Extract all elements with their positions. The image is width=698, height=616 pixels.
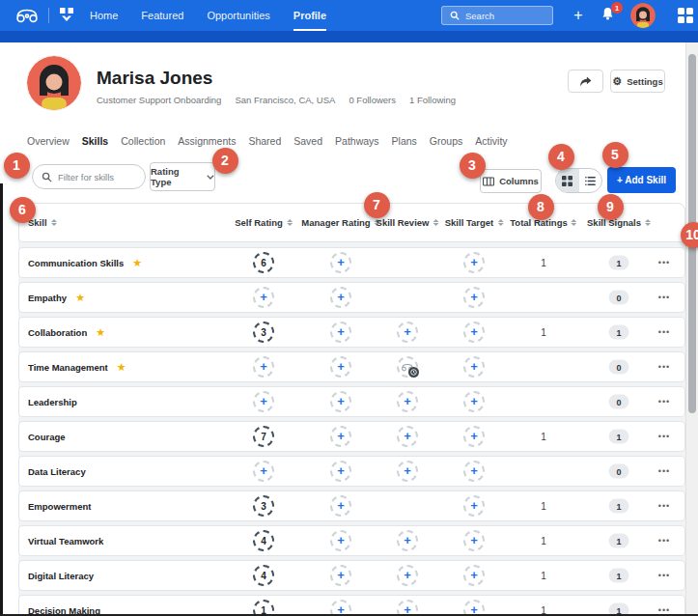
add-review-rating-button[interactable]: + bbox=[397, 565, 418, 586]
self-rating-value[interactable]: 7 bbox=[253, 426, 274, 447]
sort-icon[interactable] bbox=[433, 219, 438, 226]
skill-signals-badge[interactable]: 0 bbox=[609, 291, 629, 305]
add-manager-rating-button[interactable]: + bbox=[330, 495, 351, 517]
favorite-star-icon[interactable]: ★ bbox=[96, 327, 105, 338]
skill-name[interactable]: Leadership bbox=[28, 397, 77, 407]
row-menu-button[interactable]: ••• bbox=[658, 397, 670, 406]
add-target-rating-button[interactable]: + bbox=[463, 391, 485, 412]
tab-saved[interactable]: Saved bbox=[293, 135, 322, 151]
skill-signals-badge[interactable]: 0 bbox=[609, 464, 629, 479]
row-menu-button[interactable]: ••• bbox=[658, 466, 670, 476]
self-rating-value[interactable]: 3 bbox=[253, 322, 274, 343]
review-rating-pending-icon[interactable] bbox=[397, 356, 418, 378]
client-logo-icon[interactable] bbox=[59, 8, 74, 23]
row-menu-button[interactable]: ••• bbox=[658, 432, 670, 441]
add-manager-rating-button[interactable]: + bbox=[330, 322, 351, 343]
profile-avatar[interactable] bbox=[27, 56, 81, 110]
self-rating-value[interactable]: 3 bbox=[253, 495, 274, 517]
row-menu-button[interactable]: ••• bbox=[658, 293, 670, 302]
skill-name[interactable]: Data Literacy bbox=[28, 466, 86, 477]
skill-signals-badge[interactable]: 1 bbox=[609, 430, 629, 444]
add-manager-rating-button[interactable]: + bbox=[330, 461, 351, 482]
skill-name[interactable]: Digital Literacy bbox=[28, 571, 94, 581]
add-review-rating-button[interactable]: + bbox=[397, 322, 418, 343]
degreed-binoculars-logo-icon[interactable] bbox=[14, 7, 40, 24]
settings-button[interactable]: ⚙ Settings bbox=[610, 70, 665, 93]
filter-text-field[interactable] bbox=[58, 172, 135, 182]
nav-user-avatar[interactable] bbox=[630, 3, 656, 28]
skill-name[interactable]: Courage bbox=[28, 432, 66, 442]
skill-name[interactable]: Virtual Teamwork bbox=[28, 536, 103, 546]
add-target-rating-button[interactable]: + bbox=[463, 461, 485, 482]
share-profile-button[interactable] bbox=[568, 70, 603, 93]
add-manager-rating-button[interactable]: + bbox=[330, 356, 351, 378]
add-target-rating-button[interactable]: + bbox=[463, 252, 485, 273]
row-menu-button[interactable]: ••• bbox=[658, 258, 670, 267]
add-target-rating-button[interactable]: + bbox=[463, 356, 485, 378]
add-manager-rating-button[interactable]: + bbox=[330, 252, 351, 273]
self-rating-value[interactable]: 4 bbox=[253, 530, 274, 551]
sort-icon[interactable] bbox=[572, 219, 577, 226]
apps-grid-icon[interactable] bbox=[678, 8, 693, 23]
sort-icon[interactable] bbox=[287, 219, 293, 226]
skill-signals-badge[interactable]: 1 bbox=[609, 325, 629, 340]
notifications-bell-icon[interactable]: 1 bbox=[600, 6, 618, 25]
skill-signals-badge[interactable]: 0 bbox=[609, 360, 629, 375]
self-rating-value[interactable]: 6 bbox=[253, 252, 274, 273]
add-self-rating-button[interactable]: + bbox=[253, 461, 274, 482]
tab-plans[interactable]: Plans bbox=[392, 135, 417, 151]
tab-groups[interactable]: Groups bbox=[430, 135, 462, 151]
add-target-rating-button[interactable]: + bbox=[463, 565, 485, 586]
row-menu-button[interactable]: ••• bbox=[658, 571, 670, 580]
row-menu-button[interactable]: ••• bbox=[658, 327, 670, 337]
row-menu-button[interactable]: ••• bbox=[658, 501, 670, 511]
skill-signals-badge[interactable]: 0 bbox=[609, 395, 629, 409]
self-rating-value[interactable]: 4 bbox=[253, 565, 274, 586]
search-input[interactable]: Search bbox=[441, 6, 553, 25]
grid-view-button[interactable] bbox=[556, 169, 579, 192]
add-target-rating-button[interactable]: + bbox=[463, 530, 485, 551]
nav-item-home[interactable]: Home bbox=[90, 0, 118, 31]
add-self-rating-button[interactable]: + bbox=[253, 287, 274, 308]
skill-name[interactable]: Communication Skills bbox=[28, 258, 124, 268]
nav-item-opportunities[interactable]: Opportunities bbox=[207, 0, 269, 31]
quick-add-icon[interactable]: + bbox=[569, 4, 588, 27]
add-manager-rating-button[interactable]: + bbox=[330, 565, 351, 586]
skill-signals-badge[interactable]: 1 bbox=[609, 569, 629, 583]
favorite-star-icon[interactable]: ★ bbox=[132, 258, 142, 268]
row-menu-button[interactable]: ••• bbox=[658, 362, 670, 372]
add-manager-rating-button[interactable]: + bbox=[330, 287, 351, 308]
skill-name[interactable]: Collaboration bbox=[28, 327, 87, 338]
sort-icon[interactable] bbox=[51, 219, 57, 226]
add-target-rating-button[interactable]: + bbox=[463, 426, 485, 447]
sort-icon[interactable] bbox=[645, 219, 651, 226]
column-header-skill-target[interactable]: Skill Target bbox=[445, 204, 504, 241]
tab-shared[interactable]: Shared bbox=[248, 135, 281, 151]
row-menu-button[interactable]: ••• bbox=[658, 536, 670, 546]
tab-overview[interactable]: Overview bbox=[27, 135, 70, 151]
add-review-rating-button[interactable]: + bbox=[397, 530, 418, 551]
nav-item-featured[interactable]: Featured bbox=[141, 0, 183, 31]
add-target-rating-button[interactable]: + bbox=[463, 322, 485, 343]
columns-button[interactable]: Columns bbox=[480, 169, 542, 193]
add-manager-rating-button[interactable]: + bbox=[330, 530, 351, 551]
column-header-self-rating[interactable]: Self Rating bbox=[235, 204, 293, 241]
tab-skills[interactable]: Skills bbox=[82, 135, 108, 151]
skill-signals-badge[interactable]: 1 bbox=[609, 534, 629, 548]
add-self-rating-button[interactable]: + bbox=[253, 356, 274, 378]
add-review-rating-button[interactable]: + bbox=[397, 461, 418, 482]
add-review-rating-button[interactable]: + bbox=[397, 426, 418, 447]
skill-filter-input[interactable] bbox=[32, 164, 146, 189]
add-self-rating-button[interactable]: + bbox=[253, 391, 274, 412]
skill-name[interactable]: Empowerment bbox=[28, 501, 91, 512]
list-view-button[interactable] bbox=[579, 169, 602, 192]
skill-name[interactable]: Empathy bbox=[28, 293, 67, 303]
favorite-star-icon[interactable]: ★ bbox=[75, 293, 85, 303]
favorite-star-icon[interactable]: ★ bbox=[117, 362, 126, 373]
skill-name[interactable]: Time Management bbox=[28, 362, 108, 373]
add-manager-rating-button[interactable]: + bbox=[330, 426, 351, 447]
add-target-rating-button[interactable]: + bbox=[463, 495, 485, 517]
tab-pathways[interactable]: Pathways bbox=[335, 135, 379, 151]
add-manager-rating-button[interactable]: + bbox=[330, 391, 351, 412]
skill-signals-badge[interactable]: 1 bbox=[609, 256, 629, 270]
